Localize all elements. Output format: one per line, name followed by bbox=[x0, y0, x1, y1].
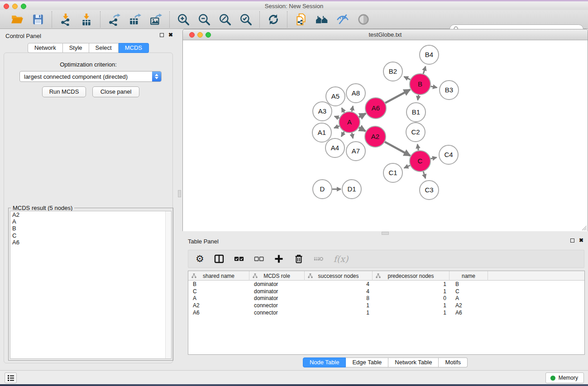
import-table-button[interactable] bbox=[79, 12, 94, 27]
mcds-result-list[interactable]: A2ABCA6 bbox=[10, 211, 172, 359]
graph-node-A1[interactable]: A1 bbox=[312, 123, 331, 142]
edge-C-C2[interactable] bbox=[417, 144, 418, 151]
graph-node-C3[interactable]: C3 bbox=[420, 181, 439, 200]
resize-grip-icon[interactable] bbox=[582, 225, 587, 231]
close-panel-icon[interactable]: ✖ bbox=[579, 238, 583, 243]
vertical-splitter[interactable] bbox=[177, 29, 182, 370]
graph-node-A6[interactable]: A6 bbox=[365, 98, 386, 119]
edge-A-A8[interactable] bbox=[352, 106, 353, 111]
edge-B-B2[interactable] bbox=[404, 76, 411, 80]
table-row[interactable]: Cdominator41C bbox=[188, 288, 584, 295]
graph-node-B3[interactable]: B3 bbox=[440, 81, 459, 100]
column-visibility-button[interactable] bbox=[214, 253, 224, 265]
result-item[interactable]: B bbox=[10, 225, 171, 232]
result-item[interactable]: C bbox=[10, 232, 171, 239]
graph-node-A7[interactable]: A7 bbox=[346, 142, 365, 161]
edge-A-A6[interactable] bbox=[359, 114, 366, 117]
tab-network-table[interactable]: Network Table bbox=[388, 357, 439, 367]
tab-network[interactable]: Network bbox=[28, 43, 63, 53]
edge-A6-B[interactable] bbox=[385, 90, 410, 103]
graph-node-C2[interactable]: C2 bbox=[406, 123, 425, 142]
export-table-button[interactable] bbox=[128, 12, 142, 27]
tab-select[interactable]: Select bbox=[89, 43, 119, 53]
column-header[interactable]: successor nodes bbox=[305, 271, 373, 281]
tab-style[interactable]: Style bbox=[63, 43, 89, 53]
graph-node-A8[interactable]: A8 bbox=[346, 84, 365, 103]
splitter-grip[interactable] bbox=[178, 190, 181, 197]
float-panel-icon[interactable] bbox=[570, 238, 574, 243]
graph-node-A5[interactable]: A5 bbox=[326, 87, 345, 106]
close-panel-button[interactable]: Close panel bbox=[92, 86, 139, 97]
horizontal-splitter[interactable] bbox=[182, 231, 588, 235]
memory-button[interactable]: Memory bbox=[545, 372, 584, 383]
column-header[interactable]: name bbox=[449, 271, 488, 281]
zoom-fit-button[interactable] bbox=[218, 12, 232, 27]
graph-node-D1[interactable]: D1 bbox=[342, 180, 361, 199]
table-row[interactable]: A2connector11A2 bbox=[188, 302, 584, 309]
edge-C-C1[interactable] bbox=[404, 166, 410, 168]
edge-A-A5[interactable] bbox=[342, 108, 344, 113]
run-mcds-button[interactable]: Run MCDS bbox=[42, 86, 86, 97]
tab-edge-table[interactable]: Edge Table bbox=[346, 357, 388, 367]
edge-A2-C[interactable] bbox=[385, 142, 410, 156]
graph-node-B[interactable]: B bbox=[410, 74, 430, 95]
table-settings-button[interactable]: ⚙ bbox=[196, 253, 204, 265]
show-details-button[interactable] bbox=[356, 12, 371, 27]
splitter-grip[interactable] bbox=[382, 232, 389, 235]
tab-motifs[interactable]: Motifs bbox=[439, 357, 468, 367]
graph-node-C4[interactable]: C4 bbox=[439, 145, 458, 164]
node-table[interactable]: shared nameMCDS rolesuccessor nodesprede… bbox=[188, 271, 585, 355]
graph-node-C1[interactable]: C1 bbox=[383, 163, 402, 182]
column-header[interactable]: predecessor nodes bbox=[373, 271, 449, 281]
column-header[interactable]: MCDS role bbox=[249, 271, 305, 281]
table-row[interactable]: Bdominator41B bbox=[188, 281, 584, 288]
select-all-button[interactable] bbox=[234, 253, 244, 265]
task-history-button[interactable] bbox=[5, 372, 17, 383]
table-row[interactable]: A6connector11A6 bbox=[188, 309, 584, 316]
edge-A-A7[interactable] bbox=[352, 133, 353, 138]
tab-node-table[interactable]: Node Table bbox=[303, 357, 346, 367]
result-item[interactable]: A2 bbox=[10, 211, 171, 218]
graph-node-B2[interactable]: B2 bbox=[383, 62, 402, 81]
home-button[interactable] bbox=[315, 12, 329, 27]
graph-node-B4[interactable]: B4 bbox=[420, 45, 439, 64]
open-file-button[interactable] bbox=[10, 12, 24, 27]
delete-column-button[interactable] bbox=[294, 253, 304, 265]
deselect-all-button[interactable] bbox=[254, 253, 264, 265]
refresh-button[interactable] bbox=[266, 12, 281, 27]
network-window-titlebar[interactable]: testGlobe.txt bbox=[183, 29, 588, 40]
result-item[interactable]: A bbox=[10, 218, 171, 225]
graph-node-A[interactable]: A bbox=[339, 112, 360, 133]
export-image-button[interactable] bbox=[148, 12, 163, 27]
graph-node-A4[interactable]: A4 bbox=[325, 138, 344, 157]
add-column-button[interactable] bbox=[274, 253, 284, 265]
edge-A-A4[interactable] bbox=[341, 132, 344, 137]
graph-node-A3[interactable]: A3 bbox=[313, 102, 332, 121]
edge-C-C4[interactable] bbox=[430, 157, 436, 159]
zoom-in-button[interactable] bbox=[176, 12, 191, 27]
edge-B-B4[interactable] bbox=[423, 67, 425, 74]
table-row[interactable]: Adominator80A bbox=[188, 295, 584, 302]
graph-node-C[interactable]: C bbox=[410, 151, 430, 172]
edge-C-C3[interactable] bbox=[423, 172, 425, 178]
export-network-button[interactable] bbox=[107, 12, 121, 27]
hide-details-button[interactable] bbox=[335, 12, 350, 27]
float-panel-icon[interactable] bbox=[160, 33, 164, 37]
tab-mcds[interactable]: MCDS bbox=[119, 43, 149, 53]
zoom-out-button[interactable] bbox=[197, 12, 211, 27]
edge-B-B3[interactable] bbox=[431, 86, 437, 88]
graph-node-D[interactable]: D bbox=[313, 180, 332, 199]
graph-node-B1[interactable]: B1 bbox=[406, 103, 425, 122]
edge-B-B1[interactable] bbox=[418, 95, 419, 100]
edge-A-A1[interactable] bbox=[334, 126, 339, 128]
graph-node-A2[interactable]: A2 bbox=[365, 126, 386, 147]
import-network-button[interactable] bbox=[58, 12, 73, 27]
delete-table-button[interactable] bbox=[314, 253, 324, 265]
zoom-selected-button[interactable] bbox=[239, 12, 253, 27]
function-builder-button[interactable]: f(x) bbox=[334, 253, 349, 265]
result-item[interactable]: A6 bbox=[10, 239, 171, 246]
column-header[interactable]: shared name bbox=[188, 271, 249, 281]
clone-network-button[interactable] bbox=[294, 12, 308, 27]
edge-A-A3[interactable] bbox=[335, 116, 339, 118]
close-panel-icon[interactable]: ✖ bbox=[168, 33, 173, 37]
